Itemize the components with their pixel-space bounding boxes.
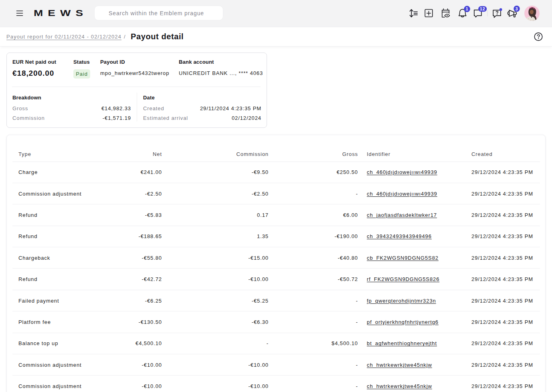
svg-text:3: 3: [516, 6, 518, 11]
svg-text:1: 1: [466, 6, 469, 11]
svg-text:12: 12: [480, 6, 485, 11]
